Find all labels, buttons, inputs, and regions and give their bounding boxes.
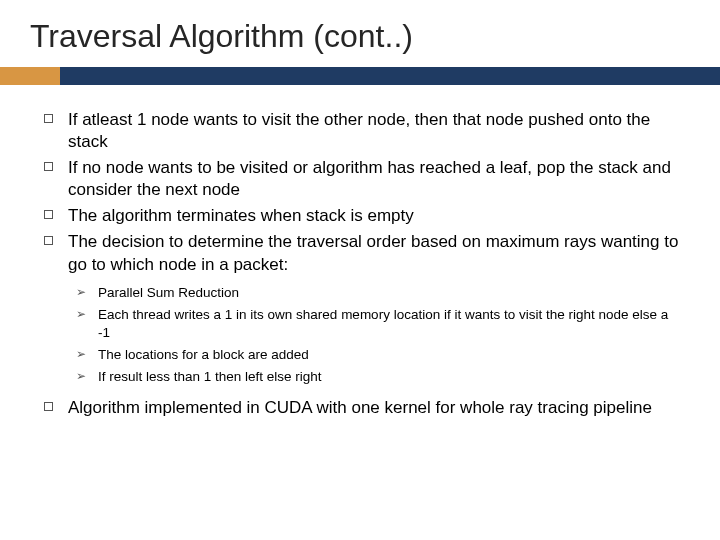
main-bullet-list-continued: Algorithm implemented in CUDA with one k… — [40, 397, 680, 419]
sub-bullet-item: Each thread writes a 1 in its own shared… — [76, 306, 680, 344]
sub-bullet-text: Parallel Sum Reduction — [98, 285, 239, 300]
sub-bullet-item: If result less than 1 then left else rig… — [76, 368, 680, 387]
sub-bullet-text: The locations for a block are added — [98, 347, 309, 362]
bullet-item: If no node wants to be visited or algori… — [40, 157, 680, 201]
sub-bullet-text: Each thread writes a 1 in its own shared… — [98, 307, 668, 341]
bullet-text: If atleast 1 node wants to visit the oth… — [68, 110, 650, 151]
accent-orange — [0, 67, 60, 85]
main-bullet-list: If atleast 1 node wants to visit the oth… — [40, 109, 680, 276]
sub-bullet-item: Parallel Sum Reduction — [76, 284, 680, 303]
bullet-text: Algorithm implemented in CUDA with one k… — [68, 398, 652, 417]
bullet-text: The decision to determine the traversal … — [68, 232, 678, 273]
bullet-text: The algorithm terminates when stack is e… — [68, 206, 414, 225]
bullet-item: Algorithm implemented in CUDA with one k… — [40, 397, 680, 419]
content-area: If atleast 1 node wants to visit the oth… — [0, 85, 720, 419]
bullet-text: If no node wants to be visited or algori… — [68, 158, 671, 199]
slide: Traversal Algorithm (cont..) If atleast … — [0, 0, 720, 540]
sub-bullet-text: If result less than 1 then left else rig… — [98, 369, 322, 384]
sub-bullet-item: The locations for a block are added — [76, 346, 680, 365]
bullet-item: If atleast 1 node wants to visit the oth… — [40, 109, 680, 153]
slide-title: Traversal Algorithm (cont..) — [30, 18, 690, 55]
sub-bullet-list: Parallel Sum Reduction Each thread write… — [76, 284, 680, 387]
title-area: Traversal Algorithm (cont..) — [0, 0, 720, 67]
bullet-item: The decision to determine the traversal … — [40, 231, 680, 275]
accent-navy — [60, 67, 720, 85]
accent-bar — [0, 67, 720, 85]
bullet-item: The algorithm terminates when stack is e… — [40, 205, 680, 227]
